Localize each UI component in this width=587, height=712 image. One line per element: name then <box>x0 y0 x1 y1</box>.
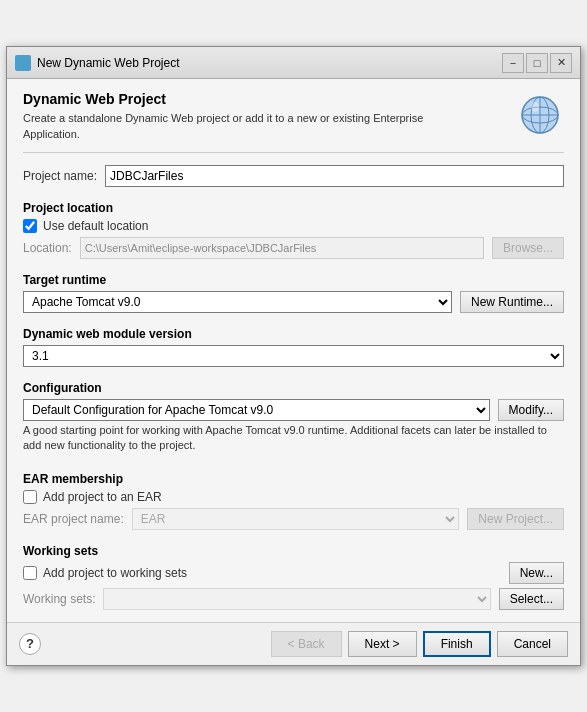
svg-rect-1 <box>20 66 26 68</box>
help-button[interactable]: ? <box>19 633 41 655</box>
location-label: Location: <box>23 241 72 255</box>
back-button[interactable]: < Back <box>271 631 342 657</box>
header-section: Dynamic Web Project Create a standalone … <box>23 91 564 153</box>
use-default-location-text: Use default location <box>43 219 148 233</box>
project-name-label: Project name: <box>23 169 97 183</box>
title-bar-left: New Dynamic Web Project <box>15 55 180 71</box>
ear-membership-checkbox-row: Add project to an EAR <box>23 490 564 504</box>
header-text: Dynamic Web Project Create a standalone … <box>23 91 443 142</box>
header-icon <box>516 91 564 139</box>
dialog-window: New Dynamic Web Project − □ ✕ Dynamic We… <box>6 46 581 666</box>
footer-left: ? <box>19 633 41 655</box>
title-bar-controls: − □ ✕ <box>502 53 572 73</box>
new-project-button[interactable]: New Project... <box>467 508 564 530</box>
dialog-body: Dynamic Web Project Create a standalone … <box>7 79 580 622</box>
minimize-button[interactable]: − <box>502 53 524 73</box>
add-to-ear-checkbox[interactable] <box>23 490 37 504</box>
web-module-label: Dynamic web module version <box>23 327 564 341</box>
add-to-ear-label: Add project to an EAR <box>43 490 162 504</box>
configuration-select[interactable]: Default Configuration for Apache Tomcat … <box>23 399 490 421</box>
select-working-sets-button[interactable]: Select... <box>499 588 564 610</box>
web-module-section: Dynamic web module version 3.1 3.0 2.5 <box>23 321 564 367</box>
target-runtime-select[interactable]: Apache Tomcat v9.0 <box>23 291 452 313</box>
page-title: Dynamic Web Project <box>23 91 443 107</box>
new-runtime-button[interactable]: New Runtime... <box>460 291 564 313</box>
ear-project-name-select: EAR <box>132 508 460 530</box>
form-section: Project name: Project location Use defau… <box>23 165 564 610</box>
ear-project-name-row: EAR project name: EAR New Project... <box>23 508 564 530</box>
footer-right: < Back Next > Finish Cancel <box>271 631 568 657</box>
page-description: Create a standalone Dynamic Web project … <box>23 111 443 142</box>
working-sets-section: Working sets Add project to working sets… <box>23 538 564 610</box>
location-input <box>80 237 484 259</box>
new-working-set-button[interactable]: New... <box>509 562 564 584</box>
location-row: Location: Browse... <box>23 237 564 259</box>
svg-rect-0 <box>18 58 28 65</box>
cancel-button[interactable]: Cancel <box>497 631 568 657</box>
use-default-location-row: Use default location <box>23 219 564 233</box>
project-name-row: Project name: <box>23 165 564 187</box>
browse-button[interactable]: Browse... <box>492 237 564 259</box>
web-module-select[interactable]: 3.1 3.0 2.5 <box>23 345 564 367</box>
add-to-working-sets-label: Add project to working sets <box>43 566 187 580</box>
use-default-location-checkbox[interactable] <box>23 219 37 233</box>
web-module-dropdown-row: 3.1 3.0 2.5 <box>23 345 564 367</box>
working-sets-field-label: Working sets: <box>23 592 95 606</box>
configuration-section: Configuration Default Configuration for … <box>23 375 564 458</box>
working-sets-label: Working sets <box>23 544 564 558</box>
target-runtime-row: Apache Tomcat v9.0 New Runtime... <box>23 291 564 313</box>
project-location-label: Project location <box>23 201 564 215</box>
project-name-input[interactable] <box>105 165 564 187</box>
dialog-icon <box>15 55 31 71</box>
title-bar: New Dynamic Web Project − □ ✕ <box>7 47 580 79</box>
add-to-working-sets-checkbox[interactable] <box>23 566 37 580</box>
ear-project-name-label: EAR project name: <box>23 512 124 526</box>
ear-membership-label: EAR membership <box>23 472 564 486</box>
title-bar-text: New Dynamic Web Project <box>37 56 180 70</box>
configuration-label: Configuration <box>23 381 564 395</box>
ear-membership-section: EAR membership Add project to an EAR EAR… <box>23 466 564 530</box>
globe-icon <box>518 93 562 137</box>
configuration-row: Default Configuration for Apache Tomcat … <box>23 399 564 421</box>
working-sets-checkbox-row: Add project to working sets New... <box>23 562 564 584</box>
dialog-footer: ? < Back Next > Finish Cancel <box>7 622 580 665</box>
project-location-section: Project location Use default location Lo… <box>23 195 564 259</box>
working-sets-field-row: Working sets: Select... <box>23 588 564 610</box>
configuration-description: A good starting point for working with A… <box>23 423 564 454</box>
maximize-button[interactable]: □ <box>526 53 548 73</box>
svg-point-7 <box>531 102 539 112</box>
target-runtime-label: Target runtime <box>23 273 564 287</box>
target-runtime-section: Target runtime Apache Tomcat v9.0 New Ru… <box>23 267 564 313</box>
next-button[interactable]: Next > <box>348 631 417 657</box>
modify-button[interactable]: Modify... <box>498 399 564 421</box>
close-button[interactable]: ✕ <box>550 53 572 73</box>
finish-button[interactable]: Finish <box>423 631 491 657</box>
working-sets-select <box>103 588 490 610</box>
